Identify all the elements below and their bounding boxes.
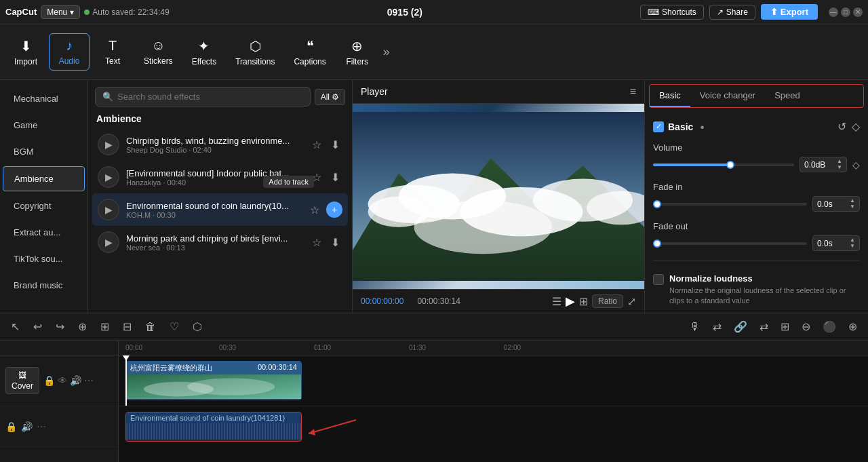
download-button[interactable]: ⬇ [328, 137, 342, 153]
basic-checkbox[interactable]: ✓ [653, 121, 664, 132]
menu-button[interactable]: Menu ▾ [41, 5, 80, 19]
sidebar-item-mechanical[interactable]: Mechanical [3, 87, 85, 111]
undo-icon[interactable]: ↺ [837, 120, 846, 133]
fade-out-down[interactable]: ▼ [850, 244, 855, 249]
sidebar-item-extract[interactable]: Extract au... [3, 220, 85, 244]
toolbar-stickers[interactable]: ☺ Stickers [136, 34, 181, 70]
ratio-button[interactable]: Ratio [592, 294, 623, 308]
fade-out-up[interactable]: ▲ [850, 237, 855, 243]
sound-item[interactable]: Add to track ▶ Environmental sound of co… [92, 193, 348, 226]
heart-button[interactable]: ♡ [165, 317, 183, 336]
sidebar-item-game[interactable]: Game [3, 113, 85, 137]
mute-button[interactable]: ⊖ [797, 317, 814, 336]
shortcuts-button[interactable]: ⌨ Shortcuts [640, 5, 704, 20]
split-button[interactable]: ⊕ [74, 317, 91, 336]
favorite-button[interactable]: ☆ [309, 235, 324, 250]
sidebar-item-ambience[interactable]: Ambience [3, 166, 85, 191]
filter-button[interactable]: All ⚙ [315, 89, 345, 105]
split-clip-button[interactable]: ⇄ [755, 317, 772, 336]
tab-voice-changer[interactable]: Voice changer [690, 85, 765, 107]
list-view-button[interactable]: ☰ [552, 295, 561, 308]
zoom-button[interactable]: ⊕ [844, 317, 861, 336]
toolbar-filters[interactable]: ⊕ Filters [337, 34, 378, 71]
video-clip[interactable]: 杭州富阳云雾缭绕的群山 00:00:30:14 [125, 361, 302, 400]
cursor-tool[interactable]: ↖ [7, 317, 24, 336]
play-pause-button[interactable]: ▶ [566, 294, 575, 309]
toolbar-captions[interactable]: ❝ Captions [285, 34, 334, 71]
fade-out-slider[interactable] [653, 242, 807, 245]
fade-in-up[interactable]: ▲ [850, 198, 855, 204]
fullscreen-button[interactable]: ⤢ [627, 295, 636, 308]
maximize-button[interactable]: □ [841, 7, 850, 17]
track-more-icon[interactable]: ⋯ [84, 375, 94, 386]
toolbar-transitions[interactable]: ⬡ Transitions [227, 34, 283, 71]
volume-slider[interactable] [653, 163, 794, 166]
sound-item[interactable]: ▶ Morning park and chirping of birds [en… [92, 226, 348, 258]
volume-up[interactable]: ▲ [837, 159, 842, 164]
fade-in-down[interactable]: ▼ [850, 204, 855, 210]
align-button[interactable]: ⊞ [96, 317, 113, 336]
sidebar-item-copyright[interactable]: Copyright [3, 194, 85, 218]
play-button[interactable]: ▶ [98, 134, 119, 155]
volume-reset-icon[interactable]: ◇ [852, 159, 860, 170]
arrow-indicator [295, 417, 363, 437]
fade-in-value[interactable]: 0.0s ▲ ▼ [812, 196, 860, 212]
fade-out-label: Fade out [653, 221, 860, 231]
volume-thumb[interactable] [726, 161, 734, 169]
redo-button[interactable]: ↪ [52, 317, 68, 336]
fade-out-value[interactable]: 0.0s ▲ ▼ [812, 235, 860, 251]
search-input-wrapper[interactable]: 🔍 [95, 87, 311, 107]
fade-in-slider[interactable] [653, 203, 807, 206]
volume-down[interactable]: ▼ [837, 165, 842, 170]
volume-value[interactable]: 0.0dB ▲ ▼ [800, 157, 847, 172]
toolbar-import[interactable]: ⬇ Import [5, 34, 46, 71]
search-input[interactable] [117, 92, 303, 102]
tab-basic[interactable]: Basic [650, 85, 690, 107]
toolbar-effects[interactable]: ✦ Effects [184, 34, 224, 71]
download-button[interactable]: ⬇ [328, 170, 342, 185]
export-button[interactable]: ⬆ Export [761, 4, 818, 20]
play-button[interactable]: ▶ [98, 199, 119, 220]
play-button[interactable]: ▶ [98, 231, 119, 253]
toolbar-audio[interactable]: ♪ Audio [49, 33, 90, 71]
share-button[interactable]: ↗ Share [709, 5, 755, 20]
join-button[interactable]: ⊟ [119, 317, 136, 336]
fade-out-thumb[interactable] [653, 239, 661, 248]
audio-volume-icon[interactable]: 🔊 [21, 421, 33, 432]
sidebar-item-bgm[interactable]: BGM [3, 140, 85, 163]
player-menu-icon[interactable]: ≡ [630, 85, 636, 98]
download-button[interactable]: ⬇ [328, 235, 342, 250]
close-button[interactable]: ✕ [853, 7, 863, 17]
timeline-right-tools: 🎙 ⇄ 🔗 ⇄ ⊞ ⊖ ⚫ ⊕ [686, 317, 861, 336]
fullscreen-preview-button[interactable]: ⊞ [579, 295, 588, 308]
link-button[interactable]: 🔗 [730, 317, 751, 336]
lock-icon[interactable]: 🔒 [43, 375, 55, 386]
shape-button[interactable]: ⬡ [189, 317, 206, 336]
audio-clip[interactable]: Environmental sound of coin laundry(1041… [125, 412, 302, 442]
cover-button[interactable]: 🖼 Cover [5, 367, 39, 394]
audio-lock-icon[interactable]: 🔒 [5, 421, 17, 432]
favorite-button[interactable]: ☆ [307, 202, 322, 218]
diamond-icon[interactable]: ◇ [852, 120, 860, 133]
fade-in-thumb[interactable] [653, 200, 661, 208]
swap-button[interactable]: ⇄ [709, 317, 726, 336]
minimize-button[interactable]: — [829, 7, 838, 17]
toolbar-more-button[interactable]: » [380, 45, 393, 59]
more-button[interactable]: ⚫ [818, 317, 840, 336]
undo-button[interactable]: ↩ [29, 317, 46, 336]
volume-icon[interactable]: 🔊 [70, 375, 81, 386]
visibility-icon[interactable]: 👁 [58, 375, 67, 386]
favorite-button[interactable]: ☆ [309, 137, 324, 153]
toolbar-text[interactable]: T Text [92, 34, 133, 70]
sidebar-item-tiktok[interactable]: TikTok sou... [3, 247, 85, 271]
audio-more-icon[interactable]: ⋯ [37, 421, 46, 432]
delete-button[interactable]: 🗑 [141, 318, 160, 336]
mic-button[interactable]: 🎙 [686, 318, 705, 336]
sound-item[interactable]: ▶ Chirping birds, wind, buzzing environm… [92, 128, 348, 161]
normalize-checkbox[interactable] [653, 274, 664, 285]
sidebar-item-brand[interactable]: Brand music [3, 273, 85, 297]
tab-speed[interactable]: Speed [765, 85, 810, 107]
add-to-track-button[interactable]: + [326, 201, 342, 218]
crop-button[interactable]: ⊞ [776, 317, 793, 336]
play-button[interactable]: ▶ [98, 166, 119, 188]
